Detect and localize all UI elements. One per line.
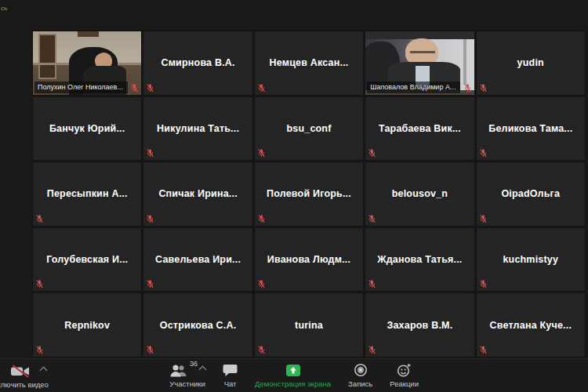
muted-mic-icon (258, 83, 265, 93)
participant-name: Беликова Тама... (484, 123, 577, 134)
participant-name: Repnikov (60, 320, 114, 331)
participant-tile[interactable]: Пересыпкин А... (33, 162, 141, 226)
start-video-button[interactable]: Включить видео (0, 364, 58, 389)
participant-name: Никулина Тать... (152, 123, 244, 134)
participants-icon (169, 365, 187, 377)
participants-chevron-icon[interactable] (199, 366, 207, 374)
camera-off-icon (10, 364, 31, 378)
participant-tile[interactable]: Светлана Куче... (477, 293, 585, 357)
muted-mic-icon (147, 148, 154, 158)
participant-name: Немцев Аксан... (264, 57, 353, 68)
muted-mic-icon (147, 83, 154, 93)
participant-tile[interactable]: Острикова С.А. (143, 293, 252, 357)
participant-name: yudin (513, 57, 549, 68)
share-screen-label: Демонстрация экрана (255, 379, 331, 388)
participant-name: OipadОльга (496, 188, 564, 199)
participant-tile[interactable]: Repnikov (33, 293, 141, 357)
participant-tile[interactable]: Банчук Юрий... (33, 97, 141, 161)
participant-tile[interactable]: kuchmistyy (477, 228, 585, 292)
participant-tile[interactable]: Спичак Ирина... (143, 162, 252, 226)
participant-tile[interactable]: Иванова Людм... (255, 228, 363, 292)
participant-name: Острикова С.А. (155, 320, 241, 331)
participants-label: Участники (169, 379, 205, 388)
participant-name: Пересыпкин А... (42, 188, 132, 199)
participant-name: Тарабаева Вик... (374, 123, 466, 134)
muted-mic-icon (131, 83, 138, 93)
participant-name: Полухин Олег Николаев... (34, 82, 128, 93)
participant-name: Савельева Ири... (151, 254, 245, 265)
participant-tile[interactable]: Шаповалов Владимир А... (365, 31, 474, 95)
muted-mic-icon (36, 279, 43, 289)
participant-tile[interactable]: Голубевская И... (33, 228, 141, 292)
muted-mic-icon (464, 83, 471, 93)
screen-share-icon (285, 363, 301, 377)
participant-name: Светлана Куче... (485, 320, 577, 331)
record-label: Запись (348, 379, 372, 388)
participant-tile[interactable]: belousov_n (365, 162, 474, 226)
participant-tile[interactable]: Никулина Тать... (143, 97, 252, 161)
muted-mic-icon (258, 148, 265, 158)
participant-tile[interactable]: Тарабаева Вик... (365, 97, 474, 161)
participant-name: Банчук Юрий... (45, 123, 130, 134)
participant-tile[interactable]: Беликова Тама... (477, 97, 585, 161)
record-icon (354, 363, 368, 377)
participant-tile[interactable]: Немцев Аксан... (255, 31, 363, 95)
muted-mic-icon (36, 214, 43, 223)
muted-mic-icon (258, 214, 265, 223)
muted-mic-icon (258, 345, 265, 354)
participants-button[interactable]: 36 Участники (169, 363, 205, 388)
muted-mic-icon (368, 345, 376, 354)
participant-grid: Полухин Олег Николаев...Смирнова В.А.Нем… (33, 31, 585, 357)
participant-tile[interactable]: turina (255, 293, 363, 357)
participant-name: kuchmistyy (498, 254, 563, 265)
participant-tile[interactable]: yudin (477, 31, 585, 95)
muted-mic-icon (480, 345, 487, 354)
muted-mic-icon (480, 279, 487, 289)
reactions-icon (397, 363, 412, 377)
muted-mic-icon (147, 345, 154, 354)
muted-mic-icon (480, 214, 487, 223)
participant-tile[interactable]: Полухин Олег Николаев... (33, 31, 141, 95)
participant-name: belousov_n (387, 188, 452, 199)
participant-name: Голубевская И... (42, 254, 132, 265)
record-button[interactable]: Запись (348, 363, 372, 388)
participant-tile[interactable]: Жданова Татья... (365, 228, 474, 292)
muted-mic-icon (258, 279, 265, 289)
chat-label: Чат (224, 379, 237, 388)
muted-mic-icon (147, 279, 154, 289)
participant-tile[interactable]: Смирнова В.А. (143, 31, 252, 95)
participant-name: Шаповалов Владимир А... (367, 82, 460, 93)
start-video-label: Включить видео (0, 380, 49, 389)
window-title-fragment: сь (1, 5, 7, 12)
participant-tile[interactable]: Полевой Игорь... (255, 162, 363, 226)
muted-mic-icon (480, 148, 487, 158)
participant-name: Захаров В.М. (382, 320, 457, 331)
muted-mic-icon (36, 345, 43, 354)
participant-name: bsu_conf (281, 123, 336, 134)
participant-name: Жданова Татья... (372, 254, 466, 265)
share-screen-button[interactable]: Демонстрация экрана (255, 363, 331, 388)
reactions-button[interactable]: Реакции (390, 363, 419, 388)
participant-name: turina (290, 320, 328, 331)
muted-mic-icon (368, 148, 376, 158)
chat-icon (223, 363, 238, 377)
toolbar: Включить видео 36 Участники (0, 358, 588, 392)
muted-mic-icon (368, 279, 376, 289)
muted-mic-icon (480, 83, 487, 93)
participant-tile[interactable]: Захаров В.М. (365, 293, 474, 357)
participant-name: Смирнова В.А. (156, 57, 239, 68)
participant-tile[interactable]: Савельева Ири... (143, 228, 252, 292)
participant-tile[interactable]: OipadОльга (477, 162, 585, 226)
muted-mic-icon (147, 214, 154, 223)
muted-mic-icon (368, 214, 376, 223)
participant-name: Полевой Игорь... (262, 188, 356, 199)
participant-name: Иванова Людм... (263, 254, 355, 265)
reactions-label: Реакции (390, 379, 419, 388)
participant-name: Спичак Ирина... (154, 188, 241, 199)
chat-button[interactable]: Чат (223, 363, 238, 388)
participant-tile[interactable]: bsu_conf (255, 97, 363, 161)
